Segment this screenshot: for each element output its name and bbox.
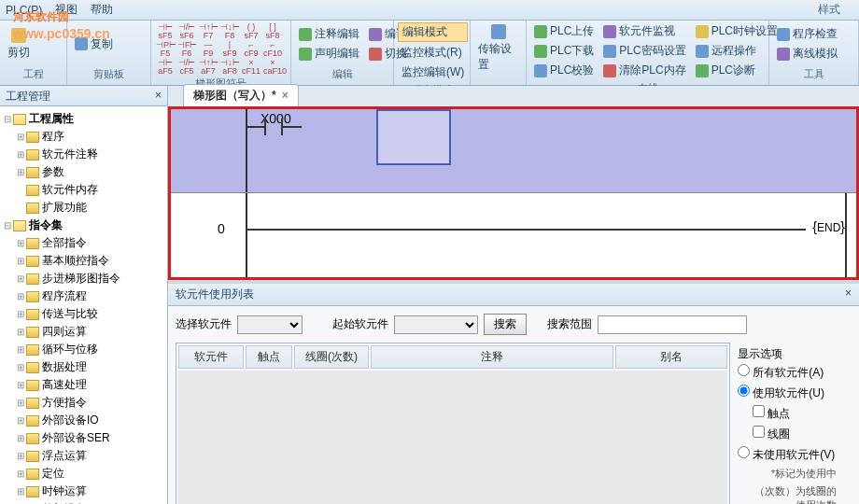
clear-memory-button[interactable]: 清除PLC内存 <box>599 62 689 79</box>
menu-styles[interactable]: 样式 <box>818 2 840 18</box>
project-tree[interactable]: ⊟工程属性 ⊞程序 ⊞软元件注释 ⊞参数 软元件内存 扩展功能 ⊟指令集 ⊞全部… <box>0 106 167 504</box>
monitor-edit-button[interactable]: 监控编辑(W) <box>398 63 468 81</box>
cursor-box <box>376 109 451 165</box>
device-usage-panel: 软元件使用列表× 选择软元件 起始软元件 搜索 搜索范围 软元件 触点 线圈(次… <box>168 280 859 504</box>
edit-mode-button[interactable]: 编辑模式 <box>398 22 468 42</box>
ribbon-group-edit: 编辑 <box>295 65 389 83</box>
plc-verify-button[interactable]: PLC校验 <box>530 62 598 79</box>
device-monitor-button[interactable]: 软元件监视 <box>599 22 689 40</box>
copy-button[interactable]: 复制 <box>71 35 117 53</box>
sidebar-title: 工程管理 <box>6 89 50 103</box>
step-number: 0 <box>218 221 225 236</box>
sidebar-close-icon[interactable]: × <box>155 89 162 103</box>
search-range-input[interactable] <box>598 315 747 334</box>
menu-help[interactable]: 帮助 <box>91 2 113 18</box>
opt-contact[interactable]: 触点 <box>738 403 844 424</box>
monitor-mode-button[interactable]: 监控模式(R) <box>398 44 468 62</box>
search-button[interactable]: 搜索 <box>484 314 527 335</box>
ribbon-group-project: 工程 <box>4 65 63 83</box>
menu-view[interactable]: 视图 <box>55 2 77 18</box>
editor-tabstrip: 梯形图（写入）*× <box>168 86 859 106</box>
comment-edit-button[interactable]: 注释编辑 <box>295 25 363 43</box>
ribbon-group-clipboard: 剪贴板 <box>71 65 147 83</box>
usage-close-icon[interactable]: × <box>845 287 852 302</box>
cut-button[interactable]: 剪切 <box>4 26 34 63</box>
plc-diag-button[interactable]: PLC诊断 <box>692 62 782 79</box>
end-instruction: {END} <box>812 219 845 234</box>
ladder-editor[interactable]: X000 0 {END} <box>168 106 859 280</box>
search-range-label: 搜索范围 <box>547 316 592 332</box>
ribbon-group-tools: 工具 <box>773 65 854 83</box>
select-device-label: 选择软元件 <box>176 316 232 332</box>
ribbon: 剪切 工程 复制 剪贴板 ⊣⊢sF5⊣/⊢sF6⊣↑⊢F7⊣↓⊢F8( )sF7… <box>0 21 859 86</box>
transfer-settings-button[interactable]: 传输设置 <box>474 22 522 75</box>
opt-coil[interactable]: 线圈 <box>738 424 844 444</box>
start-device-label: 起始软元件 <box>332 316 388 332</box>
project-sidebar: 工程管理× ⊟工程属性 ⊞程序 ⊞软元件注释 ⊞参数 软元件内存 扩展功能 ⊟指… <box>0 86 168 504</box>
plc-clock-button[interactable]: PLC时钟设置 <box>692 22 782 40</box>
close-tab-icon[interactable]: × <box>282 89 289 102</box>
ladder-tab[interactable]: 梯形图（写入）*× <box>183 84 299 106</box>
statement-edit-button[interactable]: 声明编辑 <box>295 45 363 63</box>
plc-password-button[interactable]: PLC密码设置 <box>599 42 689 60</box>
select-device-combo[interactable] <box>237 315 303 334</box>
offline-sim-button[interactable]: 离线模拟 <box>773 45 841 63</box>
menubar: PLC(P) 视图 帮助 样式 <box>0 0 859 21</box>
usage-title: 软元件使用列表 <box>176 287 254 302</box>
remote-op-button[interactable]: 远程操作 <box>692 42 782 60</box>
display-options: 显示选项 所有软元件(A) 使用软元件(U) 触点 线圈 未使用软元件(V) *… <box>730 343 852 504</box>
plc-upload-button[interactable]: PLC上传 <box>530 22 598 40</box>
menu-plc[interactable]: PLC(P) <box>6 4 42 17</box>
program-check-button[interactable]: 程序检查 <box>773 25 841 43</box>
plc-download-button[interactable]: PLC下载 <box>530 42 598 60</box>
opt-used[interactable]: 使用软元件(U) <box>738 383 844 403</box>
opt-unused[interactable]: 未使用软元件(V) <box>738 444 844 465</box>
usage-table[interactable]: 软元件 触点 线圈(次数) 注释 别名 <box>176 343 730 504</box>
ladder-symbol-grid[interactable]: ⊣⊢sF5⊣/⊢sF6⊣↑⊢F7⊣↓⊢F8( )sF7[ ]sF8 ⊣P⊢F5⊣… <box>155 22 283 75</box>
opt-all[interactable]: 所有软元件(A) <box>738 362 844 383</box>
start-device-combo[interactable] <box>394 315 478 334</box>
